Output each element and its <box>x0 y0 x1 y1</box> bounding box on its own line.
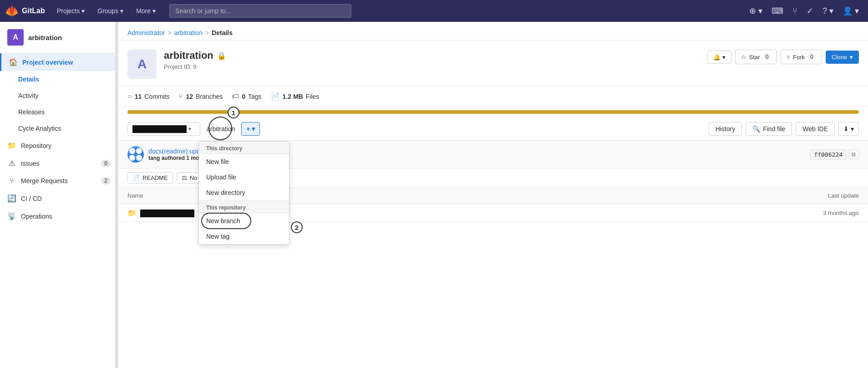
clone-chevron: ▾ <box>850 54 853 61</box>
merge-icon: ⑂ <box>7 177 16 185</box>
project-actions: 🔔 ▾ ☆ Star 0 ⑂ Fork 0 Clone ▾ <box>707 50 859 64</box>
new-item-button[interactable]: ⊕ ▾ <box>746 4 766 18</box>
readme-button[interactable]: 📄 README <box>127 172 173 184</box>
user-menu[interactable]: 👤 ▾ <box>839 4 863 18</box>
fork-icon: ⑂ <box>787 54 790 61</box>
sidebar-item-merge-requests[interactable]: ⑂ Merge Requests 2 <box>0 172 118 189</box>
stat-tags[interactable]: 🏷 0 Tags <box>232 92 261 101</box>
help-icon[interactable]: ? ▾ <box>819 4 837 18</box>
download-icon: ⬇ <box>843 125 849 133</box>
find-file-label: Find file <box>763 125 785 133</box>
star-label: Star <box>749 54 760 61</box>
files-label: Files <box>306 93 320 100</box>
dropdown-item-new-branch[interactable]: New branch 2 <box>199 213 289 229</box>
file-name-label[interactable]: ████████████ <box>140 210 194 217</box>
sidebar-project-name: arbitration <box>28 34 62 41</box>
star-count: 0 <box>763 53 772 61</box>
sidebar-item-issues[interactable]: ⚠ Issues 0 <box>0 154 118 172</box>
breadcrumb-project[interactable]: arbitration <box>174 29 203 36</box>
commits-count: 11 <box>135 93 142 100</box>
home-icon: 🏠 <box>9 58 18 66</box>
gitlab-wordmark: GitLab <box>22 7 45 15</box>
notification-button[interactable]: 🔔 ▾ <box>707 51 731 64</box>
search-input[interactable] <box>169 4 351 18</box>
sidebar-item-details[interactable]: Details <box>0 71 118 87</box>
tags-icon: 🏷 <box>232 92 239 101</box>
page-layout: A arbitration 🏠 Project overview Details… <box>0 22 868 368</box>
sidebar-label-operations: Operations <box>21 213 52 220</box>
web-ide-button[interactable]: Web IDE <box>796 122 835 136</box>
sidebar-label-issues: Issues <box>21 160 39 167</box>
avatar-dot-2 <box>136 148 142 154</box>
todos-icon[interactable]: ✓ <box>803 4 817 18</box>
download-button[interactable]: ⬇ ▾ <box>838 122 859 136</box>
project-name-row: arbitration 🔒 <box>164 50 707 61</box>
stats-bar: ○ 11 Commits ⑂ 12 Branches 🏷 0 Tags 📄 1.… <box>118 87 868 107</box>
sidebar-item-activity[interactable]: Activity <box>0 87 118 104</box>
commit-avatar <box>127 146 144 163</box>
new-branch-label: New branch <box>206 217 240 225</box>
sidebar-item-operations[interactable]: 📡 Operations <box>0 207 118 225</box>
sidebar-item-project-overview[interactable]: 🏠 Project overview <box>0 53 118 71</box>
find-file-button[interactable]: 🔍 Find file <box>746 122 792 136</box>
code-review-icon[interactable]: ⌨ <box>768 4 787 18</box>
branch-selector[interactable]: ████████████ ▾ <box>127 122 200 136</box>
branch-chevron: ▾ <box>188 126 191 132</box>
branches-count: 12 <box>186 93 193 100</box>
merge-requests-icon[interactable]: ⑂ <box>789 5 801 18</box>
dropdown-item-new-file[interactable]: New file <box>199 154 289 169</box>
download-chevron: ▾ <box>851 125 854 133</box>
file-folder-icon: 📁 <box>127 209 137 217</box>
sidebar-label-repository: Repository <box>21 142 51 149</box>
issues-icon: ⚠ <box>7 159 16 168</box>
projects-menu[interactable]: Projects ▾ <box>52 5 90 16</box>
fork-button[interactable]: ⑂ Fork 0 <box>781 50 822 64</box>
more-menu[interactable]: More ▾ <box>132 5 160 16</box>
history-button[interactable]: History <box>709 122 742 136</box>
plus-dropdown-menu: This directory New file Upload file New … <box>198 141 289 245</box>
sidebar: A arbitration 🏠 Project overview Details… <box>0 22 118 368</box>
sidebar-project-header: A arbitration <box>0 22 118 53</box>
issues-badge: 0 <box>101 160 111 167</box>
topnav-icon-group: ⊕ ▾ ⌨ ⑂ ✓ ? ▾ 👤 ▾ <box>746 4 863 18</box>
project-header: A arbitration 🔒 Project ID: 9 🔔 ▾ ☆ Star… <box>118 41 868 87</box>
clone-button[interactable]: Clone ▾ <box>826 51 859 64</box>
tags-label: Tags <box>248 93 262 100</box>
plus-dropdown-button[interactable]: + ▾ <box>241 122 260 136</box>
operations-icon: 📡 <box>7 212 16 220</box>
stat-files[interactable]: 📄 1.2 MB Files <box>271 92 320 101</box>
commit-hash[interactable]: ff006224 <box>810 149 847 160</box>
breadcrumb: Administrator > arbitration > Details <box>118 22 868 41</box>
sidebar-item-repository[interactable]: 📁 Repository <box>0 137 118 154</box>
stat-branches[interactable]: ⑂ 12 Branches <box>178 92 223 101</box>
sidebar-item-cycle-analytics[interactable]: Cycle Analytics <box>0 120 118 137</box>
sidebar-scrollbar[interactable] <box>115 22 118 368</box>
groups-menu[interactable]: Groups ▾ <box>93 5 128 16</box>
project-title: arbitration <box>164 50 213 61</box>
sidebar-item-ci-cd[interactable]: 🔄 CI / CD <box>0 189 118 207</box>
gitlab-logo[interactable]: GitLab <box>5 5 45 17</box>
copy-hash-button[interactable]: ⧉ <box>848 149 859 159</box>
dropdown-item-upload-file[interactable]: Upload file <box>199 169 289 185</box>
sidebar-label-ci-cd: CI / CD <box>21 195 42 202</box>
avatar-dot-3 <box>129 155 135 161</box>
files-icon: 📄 <box>271 92 280 101</box>
license-scale-icon: ⚖ <box>182 174 187 181</box>
sidebar-label-merge-requests: Merge Requests <box>21 177 68 184</box>
dropdown-item-new-directory[interactable]: New directory <box>199 185 289 200</box>
branches-label: Branches <box>196 93 223 100</box>
project-info: arbitration 🔒 Project ID: 9 <box>164 50 707 70</box>
cicd-icon: 🔄 <box>7 194 16 203</box>
progress-container <box>118 110 868 114</box>
stat-commits[interactable]: ○ 11 Commits <box>127 92 169 101</box>
sidebar-label-project-overview: Project overview <box>22 59 73 66</box>
dropdown-section-this-repository: This repository <box>199 201 289 213</box>
star-button[interactable]: ☆ Star 0 <box>735 50 777 64</box>
sidebar-item-releases[interactable]: Releases <box>0 104 118 120</box>
author-name[interactable]: tang <box>148 155 160 161</box>
repo-toolbar: ████████████ ▾ arbitration + ▾ 1 History… <box>118 118 868 141</box>
fork-count: 0 <box>807 53 816 61</box>
breadcrumb-admin[interactable]: Administrator <box>127 29 165 36</box>
dropdown-item-new-tag[interactable]: New tag <box>199 229 289 244</box>
dropdown-section-this-directory: This directory <box>199 142 289 154</box>
